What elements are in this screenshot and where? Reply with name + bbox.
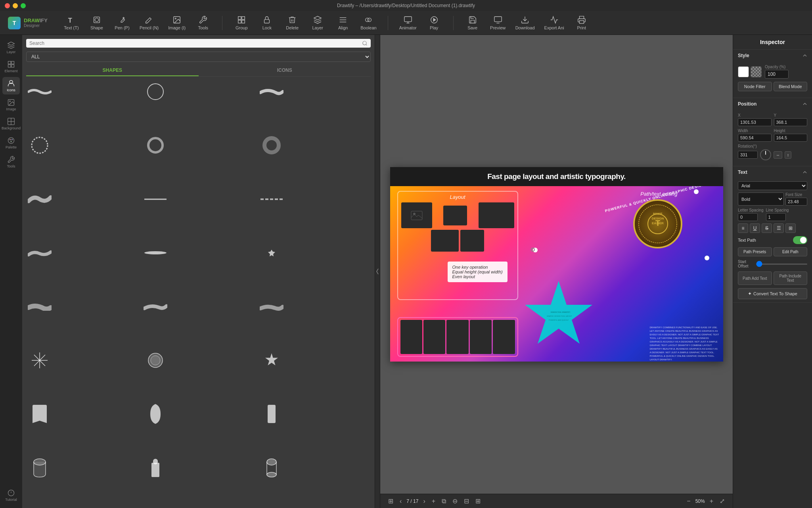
toolbar-delete[interactable]: Delete <box>284 15 300 30</box>
toolbar-save[interactable]: Save <box>465 15 481 30</box>
control-point[interactable] <box>694 189 699 194</box>
next-page-btn[interactable]: › <box>421 497 427 506</box>
width-input[interactable] <box>738 134 772 142</box>
font-select[interactable]: Arial <box>738 181 807 190</box>
search-input-wrap[interactable] <box>26 39 371 48</box>
list-item[interactable] <box>257 402 286 426</box>
toolbar-group[interactable]: Group <box>234 15 249 30</box>
toolbar-lock[interactable]: Lock <box>259 15 275 30</box>
toolbar-pen[interactable]: Pen (P) <box>114 15 130 30</box>
flip-h-btn[interactable]: ↔ <box>774 151 782 159</box>
list-item[interactable] <box>25 295 54 319</box>
minimize-button[interactable] <box>13 3 18 8</box>
nav-tutorial[interactable]: Tutorial <box>2 487 20 504</box>
tab-shapes[interactable]: SHAPES <box>26 65 199 76</box>
rotation-dial[interactable] <box>760 149 771 160</box>
path-add-text-btn[interactable]: Path Add Text <box>738 271 772 285</box>
nav-element[interactable]: Element <box>2 58 20 75</box>
list-item[interactable] <box>257 456 286 480</box>
style-section-header[interactable]: Style <box>733 50 812 62</box>
path-include-text-btn[interactable]: Path Include Text <box>774 271 808 285</box>
list-item[interactable] <box>25 80 54 104</box>
canvas[interactable]: Fast page layout and artistic typography… <box>380 35 733 494</box>
list-item[interactable] <box>257 80 286 104</box>
maximize-button[interactable] <box>21 3 26 8</box>
nav-image[interactable]: Image <box>2 96 20 114</box>
bullet-list-btn[interactable]: ☰ <box>774 223 784 233</box>
text-path-toggle[interactable] <box>793 236 807 244</box>
toolbar-image[interactable]: Image (I) <box>168 15 186 30</box>
list-item[interactable] <box>141 80 170 104</box>
node-filter-btn[interactable]: Node Filter <box>738 82 772 91</box>
bold-select[interactable]: Bold Regular <box>738 192 784 206</box>
filter-select[interactable]: ALL <box>26 52 371 62</box>
list-item[interactable] <box>257 187 286 211</box>
list-item[interactable] <box>25 402 54 426</box>
list-item[interactable] <box>141 348 170 372</box>
underline-btn[interactable]: U <box>750 223 760 233</box>
list-item[interactable] <box>141 241 170 265</box>
delete-page-btn[interactable]: ⊖ <box>451 496 459 506</box>
toolbar-play[interactable]: Play <box>426 15 442 30</box>
list-item[interactable] <box>25 456 54 480</box>
list-item[interactable] <box>141 187 170 211</box>
toolbar-preview[interactable]: Preview <box>490 15 506 30</box>
zoom-out-btn[interactable]: − <box>685 497 692 506</box>
nav-background[interactable]: Background <box>2 115 20 133</box>
search-input[interactable] <box>29 40 362 46</box>
tab-icons[interactable]: ICONS <box>199 65 371 76</box>
path-presets-btn[interactable]: Path Presets <box>738 247 772 256</box>
fill-color-swatch[interactable] <box>738 66 749 77</box>
y-input[interactable] <box>774 118 808 126</box>
list-item[interactable] <box>25 348 54 372</box>
nav-tools[interactable]: Tools <box>2 153 20 171</box>
list-item[interactable] <box>141 402 170 426</box>
nav-palette[interactable]: Palette <box>2 134 20 152</box>
list-item[interactable] <box>141 133 170 157</box>
position-section-header[interactable]: Position <box>733 98 812 110</box>
toolbar-pencil[interactable]: Pencil (N) <box>140 15 159 30</box>
edit-path-btn[interactable]: Edit Path <box>774 247 808 256</box>
fit-btn[interactable]: ⤢ <box>718 496 726 506</box>
page-settings-btn[interactable]: ⊞ <box>474 496 482 506</box>
nav-icons[interactable]: Icons <box>2 77 20 94</box>
toolbar-download[interactable]: Download <box>515 15 535 30</box>
list-item[interactable] <box>257 133 286 157</box>
add-page-btn[interactable]: + <box>430 497 437 506</box>
prev-page-btn[interactable]: ‹ <box>398 497 403 506</box>
start-offset-slider[interactable] <box>756 264 807 265</box>
opacity-input[interactable] <box>765 70 789 79</box>
list-item[interactable] <box>141 295 170 319</box>
toolbar-shape[interactable]: Shape <box>89 15 105 30</box>
collapse-panel-btn[interactable] <box>375 35 380 508</box>
rotation-handle[interactable] <box>531 248 535 252</box>
list-item[interactable] <box>25 187 54 211</box>
list-item[interactable] <box>257 348 286 372</box>
stroke-color-swatch[interactable] <box>751 66 762 77</box>
list-item[interactable] <box>25 133 54 157</box>
text-section-header[interactable]: Text <box>733 166 812 178</box>
convert-text-to-shape-btn[interactable]: ✦ Convert Text To Shape <box>738 288 807 299</box>
ordered-list-btn[interactable]: ⊞ <box>785 223 796 233</box>
nav-layer[interactable]: Layer <box>2 39 20 56</box>
control-point-2[interactable] <box>705 256 709 260</box>
list-item[interactable] <box>25 241 54 265</box>
toolbar-text[interactable]: T Text (T) <box>63 15 79 30</box>
toolbar-align[interactable]: Align <box>335 15 351 30</box>
grid-view-btn[interactable]: ⊞ <box>387 496 395 506</box>
letter-spacing-input[interactable] <box>738 213 758 221</box>
line-spacing-input[interactable] <box>766 213 786 221</box>
toolbar-tools[interactable]: Tools <box>195 15 211 30</box>
flip-v-btn[interactable]: ↕ <box>785 151 791 159</box>
toolbar-print[interactable]: Print <box>574 15 590 30</box>
font-size-input[interactable] <box>785 198 807 206</box>
toolbar-layer[interactable]: Layer <box>310 15 326 30</box>
list-item[interactable] <box>141 456 170 480</box>
toolbar-animator[interactable]: Animator <box>399 15 417 30</box>
x-input[interactable] <box>738 118 772 126</box>
page-layout-btn[interactable]: ⊟ <box>462 496 471 506</box>
toolbar-export-ani[interactable]: Export Ani <box>544 15 564 30</box>
blend-mode-btn[interactable]: Blend Mode <box>774 82 808 91</box>
close-button[interactable] <box>5 3 10 8</box>
rotation-input[interactable] <box>738 151 758 159</box>
